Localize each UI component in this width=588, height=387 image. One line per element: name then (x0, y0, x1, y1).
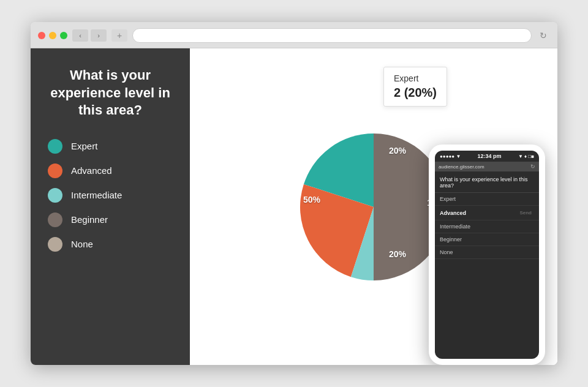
phone-frame: ●●●●● ▼ 12:34 pm ▼ ♦ □■ audience.glisser… (429, 145, 545, 365)
back-button[interactable]: ‹ (72, 29, 88, 42)
legend-item-intermediate: Intermediate (48, 188, 173, 203)
send-button[interactable]: Send (517, 209, 534, 217)
legend-item-none: None (48, 237, 173, 252)
phone-time: 12:34 pm (478, 153, 502, 159)
legend-list: Expert Advanced Intermediate Beginner No… (48, 134, 173, 252)
traffic-lights (38, 32, 67, 39)
phone-signal: ●●●●● ▼ (440, 154, 461, 159)
tooltip-box: Expert 2 (20%) (383, 67, 447, 107)
phone-option-expert[interactable]: Expert (435, 193, 539, 206)
legend-dot-beginner (48, 212, 62, 227)
maximize-button[interactable] (60, 32, 67, 39)
legend-item-advanced: Advanced (48, 163, 173, 178)
phone-battery: ▼ ♦ □■ (518, 154, 534, 159)
chart-area: Expert 2 (20%) (190, 48, 557, 365)
phone-reload-icon: ↻ (530, 163, 535, 170)
legend-dot-expert (48, 139, 62, 154)
legend-dot-advanced (48, 163, 62, 178)
question-title: What is your experience level in this ar… (48, 67, 173, 119)
nav-buttons: ‹ › (72, 29, 107, 42)
legend-label-beginner: Beginner (71, 214, 108, 225)
browser-chrome: ‹ › + ↻ (31, 22, 557, 48)
tooltip-value: 2 (20%) (394, 86, 437, 100)
label-intermediate: 20% (389, 249, 406, 259)
tooltip-title: Expert (394, 73, 437, 83)
phone-options-container: ExpertAdvancedSendIntermediateBeginnerNo… (435, 193, 539, 259)
phone-option-intermediate[interactable]: Intermediate (435, 220, 539, 233)
legend-item-beginner: Beginner (48, 212, 173, 227)
phone-option-none[interactable]: None (435, 246, 539, 259)
phone-option-beginner[interactable]: Beginner (435, 233, 539, 246)
phone-question: What is your experience level in this ar… (435, 171, 539, 193)
phone-option-advanced[interactable]: AdvancedSend (435, 206, 539, 220)
legend-label-expert: Expert (71, 141, 97, 151)
legend-dot-intermediate (48, 188, 62, 203)
reload-button[interactable]: ↻ (537, 29, 550, 42)
close-button[interactable] (38, 32, 45, 39)
phone-url: audience.glisser.com (439, 164, 484, 170)
minimize-button[interactable] (49, 32, 56, 39)
browser-content: What is your experience level in this ar… (31, 48, 557, 365)
label-expert: 20% (389, 146, 406, 156)
legend-dot-none (48, 237, 62, 252)
phone-overlay: ●●●●● ▼ 12:34 pm ▼ ♦ □■ audience.glisser… (429, 145, 545, 365)
legend-label-none: None (71, 239, 93, 249)
browser-window: ‹ › + ↻ What is your experience level in… (31, 22, 557, 365)
legend-label-intermediate: Intermediate (71, 190, 122, 200)
question-panel: What is your experience level in this ar… (31, 48, 190, 365)
legend-label-advanced: Advanced (71, 165, 112, 176)
new-tab-button[interactable]: + (111, 29, 127, 42)
label-beginner: 50% (303, 195, 320, 205)
legend-item-expert: Expert (48, 139, 173, 154)
phone-address-bar: audience.glisser.com ↻ (435, 162, 539, 171)
forward-button[interactable]: › (91, 29, 107, 42)
phone-content: What is your experience level in this ar… (435, 171, 539, 359)
address-bar[interactable] (132, 28, 532, 43)
phone-status-bar: ●●●●● ▼ 12:34 pm ▼ ♦ □■ (435, 151, 539, 162)
